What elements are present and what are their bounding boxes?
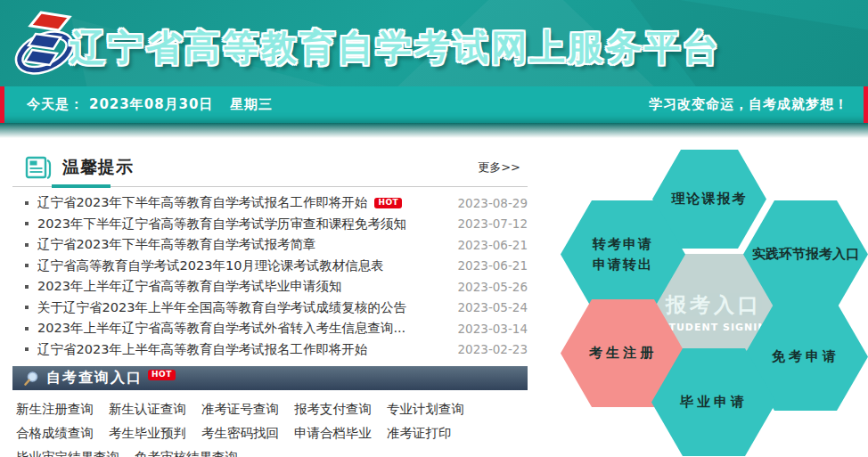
query-link[interactable]: 报考支付查询 (294, 401, 372, 418)
tips-header: 温馨提示 更多>> (12, 148, 528, 187)
news-list: 辽宁省2023年下半年高等教育自学考试报名工作即将开始HOT2023-08-29… (12, 192, 528, 360)
query-entry-title: 自考查询入口 (46, 369, 143, 388)
bar-shadow-decor (0, 123, 868, 141)
query-link[interactable]: 新生注册查询 (16, 401, 94, 418)
signin-entry-sublabel: STUDENT SIGNIN (660, 322, 766, 333)
date-bar: 今天是：2023年08月30日 星期三 学习改变命运，自考成就梦想！ (0, 86, 868, 123)
query-link[interactable]: 合格成绩查询 (16, 425, 94, 442)
news-date: 2023-02-23 (458, 342, 528, 356)
query-link-row: 合格成绩查询考生毕业预判考生密码找回申请合档毕业准考证打印 (16, 421, 528, 445)
tips-title: 温馨提示 (62, 156, 134, 179)
bullet-icon (25, 243, 29, 247)
query-link[interactable]: 申请合档毕业 (294, 425, 372, 442)
news-date: 2023-08-29 (458, 196, 528, 210)
news-item: 辽宁省高等教育自学考试2023年10月理论课考试教材信息表2023-06-21 (12, 256, 528, 277)
news-item: 辽宁省2023年上半年高等教育自学考试报名工作即将开始2023-02-23 (12, 339, 528, 361)
query-link[interactable]: 毕业审定结果查询 (16, 449, 119, 457)
news-item: 2023年上半年辽宁省高等教育自学考试毕业申请须知2023-05-26 (12, 276, 528, 298)
hex-label: 毕业申请 (680, 392, 748, 412)
hex-label: 转考申请 (593, 234, 653, 255)
hot-badge: HOT (148, 370, 176, 380)
more-link[interactable]: 更多>> (478, 159, 520, 175)
bullet-icon (25, 327, 29, 331)
slogan-text: 学习改变命运，自考成就梦想！ (649, 96, 848, 113)
hex-label: 实践环节报考入口 (752, 244, 859, 265)
news-link[interactable]: 辽宁省2023年下半年高等教育自学考试报考简章 (37, 236, 315, 253)
news-date: 2023-06-21 (458, 238, 528, 252)
tips-panel: 温馨提示 更多>> 辽宁省2023年下半年高等教育自学考试报名工作即将开始HOT… (12, 148, 528, 457)
bullet-icon (25, 222, 29, 225)
query-link[interactable]: 专业计划查询 (387, 401, 464, 418)
hot-badge: HOT (374, 198, 402, 208)
accent-underline-decor (52, 184, 111, 188)
news-date: 2023-05-26 (458, 280, 528, 294)
query-link[interactable]: 准考证号查询 (201, 401, 279, 418)
query-link[interactable]: 考生毕业预判 (109, 425, 186, 442)
newspaper-icon (25, 155, 52, 180)
news-item: 2023年下半年辽宁省高等教育自学考试学历审查和课程免考须知2023-07-12 (12, 214, 528, 235)
news-date: 2023-03-14 (458, 322, 528, 336)
query-link[interactable]: 考生密码找回 (201, 425, 279, 442)
news-link[interactable]: 2023年上半年辽宁省高等教育自学考试外省转入考生信息查询... (37, 320, 405, 337)
news-link[interactable]: 辽宁省2023年下半年高等教育自学考试报名工作即将开始 (37, 194, 367, 211)
today-date: 今天是：2023年08月30日 星期三 (27, 96, 278, 113)
news-link[interactable]: 2023年上半年辽宁省高等教育自学考试毕业申请须知 (37, 278, 341, 295)
bullet-icon (25, 285, 29, 289)
query-link[interactable]: 免考审核结果查询 (135, 449, 238, 457)
news-item: 辽宁省2023年下半年高等教育自学考试报名工作即将开始HOT2023-08-29 (12, 192, 528, 214)
query-entry-bar: 自考查询入口 HOT (12, 366, 528, 390)
bullet-icon (25, 306, 29, 309)
news-item: 关于辽宁省2023年上半年全国高等教育自学考试成绩复核的公告2023-05-24 (12, 298, 528, 319)
right-red-strip (864, 86, 868, 123)
news-date: 2023-07-12 (458, 216, 528, 231)
date-value: 2023年08月30日 (89, 96, 214, 112)
news-item: 辽宁省2023年下半年高等教育自学考试报考简章2023-06-21 (12, 234, 528, 256)
query-link[interactable]: 准考证打印 (387, 425, 452, 442)
news-date: 2023-06-21 (458, 258, 528, 273)
page: 辽宁省高等教育自学考试网上服务平台 今天是：2023年08月30日 星期三 学习… (0, 0, 868, 457)
signin-entry-label: 报考入口 (666, 291, 762, 319)
hex-label: 申请转出 (593, 255, 653, 275)
today-label: 今天是： (27, 96, 84, 112)
site-title: 辽宁省高等教育自学考试网上服务平台 (70, 23, 721, 72)
left-red-strip (0, 86, 4, 123)
weekday-value: 星期三 (230, 96, 273, 112)
news-link[interactable]: 关于辽宁省2023年上半年全国高等教育自学考试成绩复核的公告 (37, 299, 406, 316)
hex-label: 免考申请 (772, 347, 839, 367)
news-date: 2023-05-24 (458, 300, 528, 314)
site-header: 辽宁省高等教育自学考试网上服务平台 (0, 0, 868, 86)
query-link-row: 新生注册查询新生认证查询准考证号查询报考支付查询专业计划查询 (16, 397, 528, 421)
news-link[interactable]: 2023年下半年辽宁省高等教育自学考试学历审查和课程免考须知 (37, 216, 406, 233)
bullet-icon (25, 264, 29, 267)
query-link[interactable]: 新生认证查询 (109, 401, 186, 418)
query-link-row: 毕业审定结果查询免考审核结果查询 (16, 445, 528, 457)
bullet-icon (25, 347, 29, 351)
query-links: 新生注册查询新生认证查询准考证号查询报考支付查询专业计划查询合格成绩查询考生毕业… (12, 397, 528, 457)
search-icon (23, 371, 39, 387)
hexagon-nav: 报考入口 STUDENT SIGNIN 理论课报考转考申请申请转出实践环节报考入… (547, 145, 868, 457)
hex-label: 理论课报考 (672, 189, 748, 209)
bullet-icon (25, 201, 29, 205)
hex-label: 考生注册 (589, 343, 657, 363)
news-link[interactable]: 辽宁省高等教育自学考试2023年10月理论课考试教材信息表 (37, 257, 384, 274)
news-link[interactable]: 辽宁省2023年上半年高等教育自学考试报名工作即将开始 (37, 341, 367, 358)
news-item: 2023年上半年辽宁省高等教育自学考试外省转入考生信息查询...2023-03-… (12, 318, 528, 339)
